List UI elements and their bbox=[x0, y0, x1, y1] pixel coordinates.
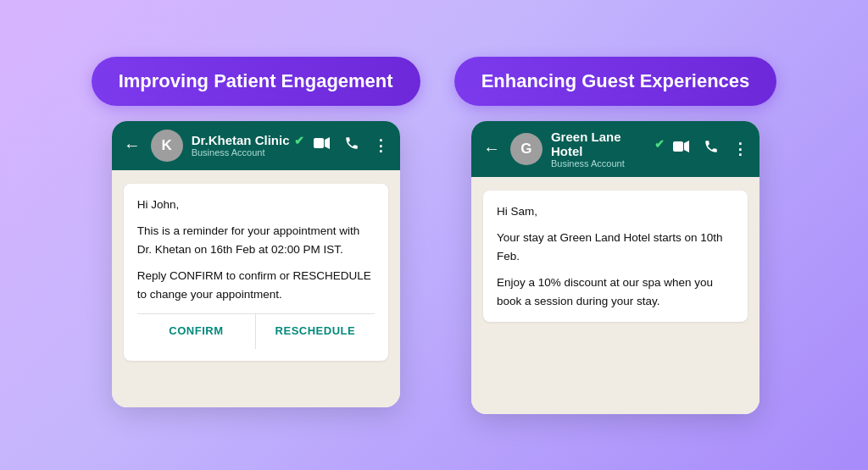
patient-avatar: K bbox=[151, 130, 183, 162]
patient-verified-icon: ✔ bbox=[294, 134, 304, 147]
hotel-msg-footer: Enjoy a 10% discount at our spa when you… bbox=[497, 274, 734, 310]
patient-phone-icon[interactable] bbox=[344, 135, 359, 155]
patient-phone-mockup: K Dr.Khetan Clinic ✔ Business Account bbox=[112, 121, 400, 407]
patient-header-icons bbox=[314, 135, 388, 155]
hotel-header-sub: Business Account bbox=[551, 158, 665, 169]
patient-header-sub: Business Account bbox=[192, 147, 305, 158]
hotel-pill: Enhancing Guest Experiences bbox=[454, 57, 777, 106]
hotel-chat-area: Hi Sam, Your stay at Green Land Hotel st… bbox=[471, 177, 760, 414]
patient-chat-area: Hi John, This is a reminder for your app… bbox=[112, 170, 400, 407]
patient-msg-greeting: Hi John, bbox=[137, 196, 375, 214]
patient-confirm-button[interactable]: CONFIRM bbox=[137, 314, 257, 349]
svg-rect-0 bbox=[314, 138, 324, 148]
patient-chat-bubble: Hi John, This is a reminder for your app… bbox=[124, 184, 388, 362]
patient-more-icon[interactable] bbox=[373, 136, 388, 155]
hotel-section: Enhancing Guest Experiences G Green Lane… bbox=[454, 57, 777, 414]
hotel-whatsapp-header: G Green Lane Hotel ✔ Business Account bbox=[471, 121, 760, 177]
svg-marker-3 bbox=[684, 141, 689, 152]
hotel-back-arrow[interactable] bbox=[483, 139, 500, 158]
hotel-phone-icon[interactable] bbox=[704, 139, 719, 158]
hotel-header-info: Green Lane Hotel ✔ Business Account bbox=[551, 130, 665, 169]
hotel-phone-mockup: G Green Lane Hotel ✔ Business Account bbox=[471, 121, 760, 414]
patient-video-icon[interactable] bbox=[314, 136, 331, 154]
hotel-header-icons bbox=[673, 139, 748, 158]
hotel-msg-greeting: Hi Sam, bbox=[497, 202, 734, 221]
patient-header-info: Dr.Khetan Clinic ✔ Business Account bbox=[192, 133, 305, 158]
hotel-video-icon[interactable] bbox=[673, 140, 690, 158]
patient-reschedule-button[interactable]: RESCHEDULE bbox=[256, 314, 375, 349]
patient-msg-body: This is a reminder for your appointment … bbox=[137, 222, 375, 258]
patient-section: Improving Patient Engagement K Dr.Khetan… bbox=[92, 57, 420, 407]
hotel-msg-body: Your stay at Green Land Hotel starts on … bbox=[497, 229, 734, 265]
hotel-avatar: G bbox=[510, 133, 542, 165]
patient-msg-footer: Reply CONFIRM to confirm or RESCHEDULE t… bbox=[137, 267, 375, 303]
patient-whatsapp-header: K Dr.Khetan Clinic ✔ Business Account bbox=[112, 121, 400, 170]
hotel-verified-icon: ✔ bbox=[654, 137, 665, 151]
patient-back-arrow[interactable] bbox=[124, 135, 141, 155]
patient-button-row: CONFIRM RESCHEDULE bbox=[137, 313, 375, 349]
hotel-more-icon[interactable] bbox=[732, 140, 748, 158]
svg-marker-1 bbox=[325, 137, 330, 149]
patient-header-name: Dr.Khetan Clinic ✔ bbox=[192, 133, 305, 147]
main-container: Improving Patient Engagement K Dr.Khetan… bbox=[58, 40, 811, 431]
hotel-chat-bubble: Hi Sam, Your stay at Green Land Hotel st… bbox=[483, 191, 748, 323]
hotel-header-name: Green Lane Hotel ✔ bbox=[551, 130, 665, 158]
patient-pill: Improving Patient Engagement bbox=[92, 57, 420, 106]
svg-rect-2 bbox=[673, 141, 683, 152]
